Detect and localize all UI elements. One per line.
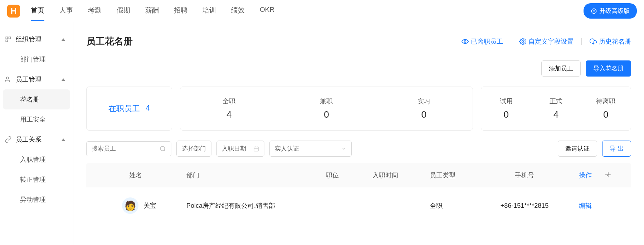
chevron-up-icon [62, 138, 65, 141]
filters-bar: 选择部门 入职日期 实人认证 邀请认证 导 出 [86, 141, 631, 157]
divider [511, 38, 511, 45]
search-icon [160, 146, 166, 152]
side-item-用工安全[interactable]: 用工安全 [0, 109, 73, 129]
col-header-position: 职位 [326, 171, 372, 180]
eye-icon [462, 38, 469, 45]
table-row: 🧑关宝Polca房产经纪有限公司,销售部全职+86-151****2815编辑 [86, 187, 631, 224]
history-roster-link[interactable]: 历史花名册 [590, 37, 631, 46]
gear-icon [605, 172, 611, 178]
side-group-员工关系[interactable]: 员工关系 [0, 129, 73, 150]
stats-row: 在职员工 4 全职4兼职0实习0 试用0正式4待离职0 [86, 87, 631, 131]
roster-table: 姓名 部门 职位 入职时间 员工类型 手机号 操作 🧑关宝Polca房产经纪有限… [86, 163, 631, 224]
invite-auth-button[interactable]: 邀请认证 [558, 141, 597, 157]
hire-date-picker[interactable]: 入职日期 [216, 141, 264, 157]
cell-name: 关宝 [143, 201, 156, 210]
nav-首页[interactable]: 首页 [31, 1, 44, 21]
top-header: H 首页人事考勤假期薪酬招聘培训绩效OKR 升级高级版 [0, 0, 644, 22]
resigned-link[interactable]: 已离职员工 [462, 37, 503, 46]
chat-icon [591, 8, 597, 14]
stat-全职[interactable]: 全职4 [180, 97, 278, 120]
side-item-部门管理[interactable]: 部门管理 [0, 49, 73, 69]
nav-绩效[interactable]: 绩效 [231, 1, 245, 21]
cell-dept: Polca房产经纪有限公司,销售部 [186, 201, 326, 210]
col-header-hiredate: 入职时间 [372, 171, 430, 180]
side-item-异动管理[interactable]: 异动管理 [0, 190, 73, 210]
table-header-row: 姓名 部门 职位 入职时间 员工类型 手机号 操作 [86, 163, 631, 187]
stat-status-card: 试用0正式4待离职0 [481, 87, 631, 131]
search-input-wrap[interactable] [86, 141, 171, 156]
nav-招聘[interactable]: 招聘 [174, 1, 187, 21]
add-employee-button[interactable]: 添加员工 [541, 60, 581, 77]
import-roster-button[interactable]: 导入花名册 [586, 60, 631, 77]
export-button[interactable]: 导 出 [602, 141, 631, 157]
group-icon [5, 36, 11, 43]
side-group-组织管理[interactable]: 组织管理 [0, 29, 73, 49]
svg-rect-9 [254, 147, 258, 151]
side-item-花名册[interactable]: 花名册 [3, 89, 70, 109]
content-area: 员工花名册 已离职员工 自定义字段设置 历史花名册 添加员工 [73, 22, 644, 245]
side-item-入职管理[interactable]: 入职管理 [0, 150, 73, 170]
col-header-op: 操作 [566, 171, 605, 180]
stat-实习[interactable]: 实习0 [375, 97, 473, 120]
stat-type-card: 全职4兼职0实习0 [180, 87, 473, 131]
page-actions-bar: 已离职员工 自定义字段设置 历史花名册 [462, 37, 631, 46]
nav-考勤[interactable]: 考勤 [88, 1, 102, 21]
cloud-icon [590, 38, 597, 45]
nav-培训[interactable]: 培训 [203, 1, 216, 21]
avatar: 🧑 [122, 197, 138, 214]
col-header-dept: 部门 [186, 171, 326, 180]
edit-link[interactable]: 编辑 [566, 201, 605, 210]
cell-phone: +86-151****2815 [483, 202, 566, 210]
calendar-icon [253, 146, 259, 152]
stat-onjob-card[interactable]: 在职员工 4 [86, 87, 172, 131]
side-group-员工管理[interactable]: 员工管理 [0, 69, 73, 89]
custom-fields-link[interactable]: 自定义字段设置 [519, 37, 574, 46]
page-title: 员工花名册 [86, 35, 133, 48]
side-item-转正管理[interactable]: 转正管理 [0, 170, 73, 190]
brand-logo: H [7, 5, 20, 18]
stat-试用[interactable]: 试用0 [481, 97, 531, 120]
top-nav: 首页人事考勤假期薪酬招聘培训绩效OKR [31, 1, 584, 21]
nav-OKR[interactable]: OKR [260, 1, 274, 21]
svg-point-6 [522, 40, 524, 42]
col-header-name: 姓名 [93, 171, 186, 180]
chevron-down-icon [341, 146, 346, 151]
svg-point-7 [160, 146, 165, 151]
divider [581, 38, 582, 45]
chevron-up-icon [62, 38, 65, 41]
col-header-settings[interactable] [605, 172, 619, 178]
svg-line-8 [164, 150, 165, 151]
col-header-type: 员工类型 [430, 171, 483, 180]
gear-icon [519, 38, 526, 45]
col-header-phone: 手机号 [483, 171, 566, 180]
sidebar: 组织管理部门管理员工管理花名册用工安全员工关系入职管理转正管理异动管理 [0, 22, 73, 245]
group-icon [5, 136, 11, 143]
upgrade-button[interactable]: 升级高级版 [584, 3, 637, 19]
dept-select[interactable]: 选择部门 [176, 141, 211, 157]
svg-rect-3 [6, 40, 8, 42]
svg-rect-2 [9, 37, 11, 39]
nav-假期[interactable]: 假期 [117, 1, 130, 21]
nav-薪酬[interactable]: 薪酬 [145, 1, 159, 21]
group-icon [5, 76, 11, 83]
svg-point-4 [6, 77, 9, 79]
nav-人事[interactable]: 人事 [59, 1, 73, 21]
cell-type: 全职 [430, 201, 483, 210]
stat-兼职[interactable]: 兼职0 [278, 97, 375, 120]
svg-rect-1 [6, 37, 8, 39]
upgrade-label: 升级高级版 [599, 7, 630, 15]
search-input[interactable] [92, 145, 156, 152]
svg-point-5 [464, 40, 466, 42]
stat-待离职[interactable]: 待离职0 [581, 97, 631, 120]
chevron-up-icon [62, 78, 65, 81]
realname-select[interactable]: 实人认证 [269, 141, 352, 157]
stat-正式[interactable]: 正式4 [531, 97, 581, 120]
